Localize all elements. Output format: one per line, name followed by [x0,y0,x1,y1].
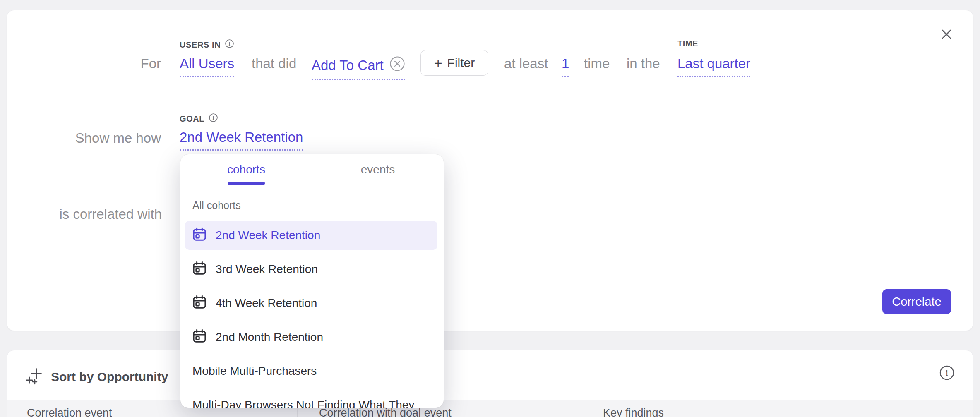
active-tab-indicator [228,182,265,185]
tab-cohorts[interactable]: cohorts [180,154,312,185]
calendar-icon [192,226,216,245]
column-header-key-findings: Key findings [603,407,664,417]
goal-label: GOAL i [180,113,218,125]
svg-text:i: i [946,368,948,377]
time-label-text: TIME [677,39,698,48]
remove-event-icon[interactable] [389,56,405,75]
list-item-3rd-week-retention[interactable]: 3rd Week Retention [185,255,437,284]
subject-selector[interactable]: All Users [180,56,234,77]
dropdown-tabs: cohorts events [180,154,444,185]
sparkle-icon [25,367,43,387]
add-filter-button-label: Filter [447,56,475,70]
calendar-icon [192,294,216,313]
event-selector[interactable]: Add To Cart [312,56,405,80]
list-item-multi-day-browsers[interactable]: Multi-Day Browsers Not Finding What They [185,391,437,408]
sentence-at-least: at least [504,56,548,72]
list-item-2nd-week-retention[interactable]: 2nd Week Retention [185,221,437,250]
users-in-label-text: USERS IN [180,40,221,50]
time-label: TIME [677,39,698,48]
sort-by-opportunity-label: Sort by Opportunity [51,370,168,384]
close-icon [939,27,954,43]
list-item-label: 3rd Week Retention [216,263,318,276]
results-panel: Sort by Opportunity i Correlation event … [7,350,973,417]
correlate-button[interactable]: Correlate [882,289,951,314]
svg-text:i: i [213,115,214,121]
list-item-2nd-month-retention[interactable]: 2nd Month Retention [185,323,437,352]
goal-selector[interactable]: 2nd Week Retention [180,129,303,151]
sentence-show-me-how: Show me how [7,130,161,146]
time-range-selector[interactable]: Last quarter [677,56,750,77]
sentence-time-unit: time [584,56,610,72]
sentence-is-correlated-with: is correlated with [7,206,162,222]
event-selector-label: Add To Cart [312,58,384,73]
column-header-correlation-event: Correlation event [27,407,112,417]
sort-by-opportunity-button[interactable]: Sort by Opportunity [25,367,168,387]
results-info-button[interactable]: i [937,364,956,383]
list-item-label: 2nd Month Retention [216,331,323,344]
list-item-label: 2nd Week Retention [216,229,320,242]
tab-events[interactable]: events [312,154,444,185]
close-button[interactable] [937,25,956,45]
info-icon[interactable]: i [225,39,234,50]
results-table-header [7,400,973,417]
svg-text:i: i [229,41,231,47]
list-item-label: Mobile Multi-Purchasers [192,364,317,378]
tab-cohorts-label: cohorts [227,163,265,176]
count-input[interactable]: 1 [562,56,569,77]
list-item-mobile-multi-purchasers[interactable]: Mobile Multi-Purchasers [185,357,437,386]
plus-icon: + [434,56,442,70]
column-header-correlation-with-goal: Correlation with goal event [319,407,452,417]
list-item-label: 4th Week Retention [216,297,317,310]
cohort-group-label: All cohorts [192,199,241,211]
column-divider [580,400,580,417]
calendar-icon [192,328,216,347]
goal-label-text: GOAL [180,114,204,124]
tab-events-label: events [361,163,395,176]
list-item-4th-week-retention[interactable]: 4th Week Retention [185,289,437,318]
info-icon[interactable]: i [209,113,218,125]
sentence-in-the: in the [627,56,660,72]
list-item-label: Multi-Day Browsers Not Finding What They [192,398,414,408]
query-builder-card: For USERS IN i All Users that did Add To… [7,10,973,331]
info-icon: i [939,365,955,382]
add-filter-button[interactable]: + Filter [420,50,488,76]
calendar-icon [192,260,216,279]
users-in-label: USERS IN i [180,39,234,50]
sentence-that-did: that did [252,56,296,72]
sentence-prefix-for: For [7,56,161,72]
goal-picker-dropdown: cohorts events All cohorts 2nd Week Rete… [180,154,444,408]
